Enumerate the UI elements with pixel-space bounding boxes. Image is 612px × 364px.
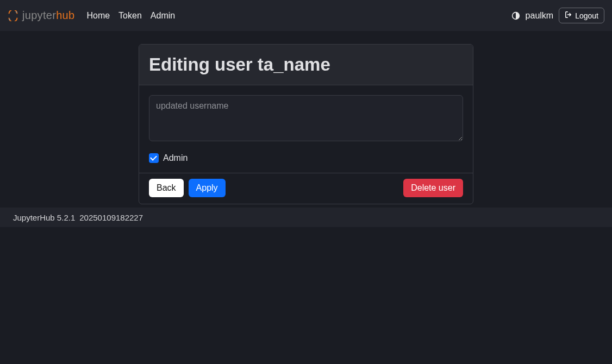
navbar: jupyterhub Home Token Admin paulkm Logou… [0, 0, 612, 31]
brand-jupyter: jupyter [22, 9, 56, 21]
footer-strip: JupyterHub 5.2.1 20250109182227 [0, 208, 612, 227]
logout-label: Logout [575, 11, 598, 20]
nav-home[interactable]: Home [86, 11, 110, 21]
apply-button[interactable]: Apply [189, 179, 226, 197]
logout-icon [565, 11, 572, 20]
logout-button[interactable]: Logout [559, 8, 604, 23]
back-button[interactable]: Back [149, 179, 184, 197]
nav-token[interactable]: Token [118, 11, 142, 21]
admin-row: Admin [149, 153, 463, 163]
footer-version: JupyterHub 5.2.1 [13, 213, 75, 222]
footer-timestamp: 20250109182227 [79, 213, 143, 222]
nav-links: Home Token Admin [86, 11, 175, 21]
username-input[interactable] [149, 95, 463, 141]
user-block: paulkm Logout [511, 8, 604, 23]
page-body: Editing user ta_name Admin Back Apply De… [0, 31, 612, 204]
nav-admin[interactable]: Admin [151, 11, 175, 21]
admin-checkbox[interactable] [149, 153, 159, 163]
card-title: Editing user ta_name [149, 54, 463, 75]
card-header: Editing user ta_name [139, 45, 473, 85]
current-username: paulkm [526, 11, 554, 21]
brand-hub: hub [56, 9, 74, 21]
svg-point-1 [9, 18, 10, 20]
card-body: Admin [139, 85, 473, 173]
jupyter-logo-icon [8, 10, 18, 21]
card-footer: Back Apply Delete user [139, 173, 473, 204]
edit-user-card: Editing user ta_name Admin Back Apply De… [139, 44, 473, 204]
admin-label: Admin [163, 153, 188, 163]
theme-toggle-icon[interactable] [511, 11, 520, 20]
brand-text: jupyterhub [22, 9, 74, 22]
delete-user-button[interactable]: Delete user [403, 179, 463, 197]
brand[interactable]: jupyterhub [8, 9, 74, 22]
svg-point-0 [16, 11, 17, 12]
